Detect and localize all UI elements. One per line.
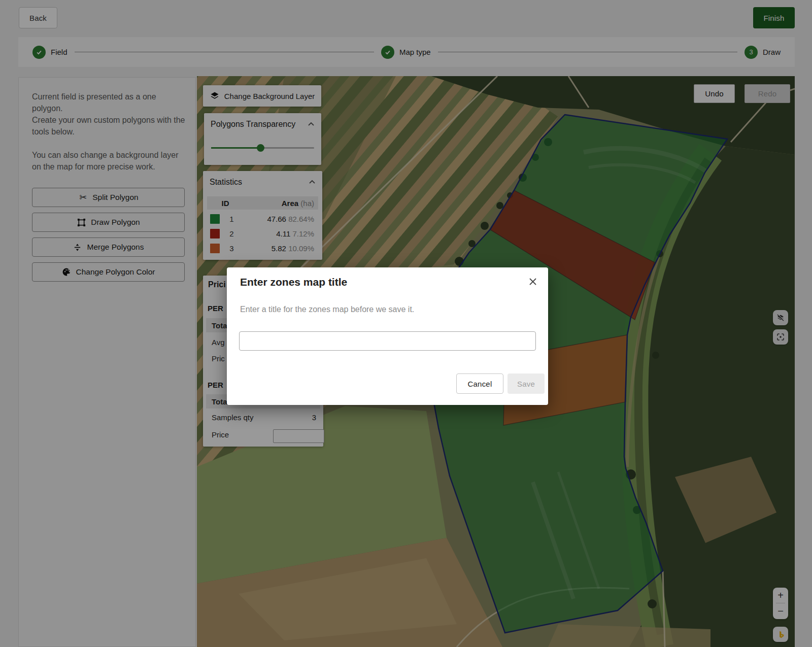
dialog-title: Enter zones map title bbox=[240, 276, 347, 288]
dialog-description: Enter a title for the zones map before w… bbox=[240, 305, 414, 314]
save-button[interactable]: Save bbox=[507, 373, 545, 394]
zones-map-title-input[interactable] bbox=[239, 331, 536, 351]
cancel-button[interactable]: Cancel bbox=[456, 373, 503, 394]
zones-map-editor-page: Back Finish Field Map type 3 Draw Curren… bbox=[0, 0, 812, 647]
close-icon[interactable] bbox=[526, 275, 540, 289]
enter-zones-map-title-dialog: Enter zones map title Enter a title for … bbox=[227, 267, 548, 405]
